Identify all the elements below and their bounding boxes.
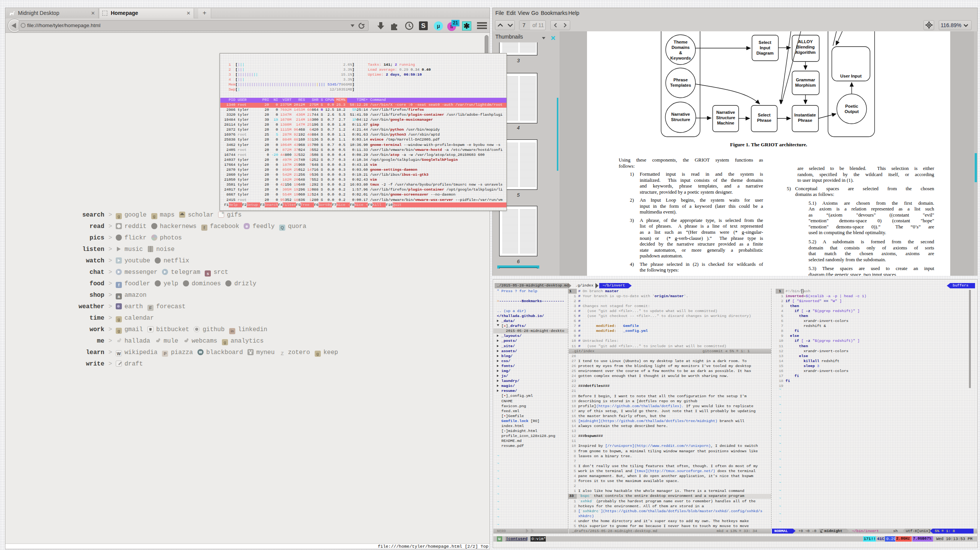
svg-text:Grammar: Grammar — [796, 78, 815, 82]
svg-text:Domains: Domains — [671, 45, 690, 50]
svg-text:Morphism: Morphism — [795, 83, 816, 87]
svg-text:Select: Select — [758, 40, 771, 45]
svg-text:Blending: Blending — [796, 45, 815, 49]
svg-text:Narrative: Narrative — [671, 112, 690, 116]
svg-text:Machine: Machine — [717, 121, 734, 125]
svg-text:Templates: Templates — [670, 83, 691, 87]
svg-text:Output: Output — [844, 109, 859, 114]
svg-text:Instantiate: Instantiate — [794, 113, 816, 117]
svg-text:Poetic: Poetic — [845, 104, 858, 108]
svg-text:Structure: Structure — [671, 117, 690, 122]
svg-text:Phrase: Phrase — [757, 118, 771, 123]
svg-text:ALLOY: ALLOY — [798, 39, 813, 44]
svg-text:Select: Select — [758, 113, 771, 117]
svg-text:Phrase: Phrase — [798, 118, 812, 123]
svg-text:Algorithm: Algorithm — [795, 50, 815, 55]
svg-text:Phrase: Phrase — [673, 78, 688, 82]
svg-text:Diagram: Diagram — [756, 51, 773, 55]
svg-text:Keywords: Keywords — [670, 56, 691, 60]
svg-text:User Input: User Input — [840, 74, 862, 78]
svg-text:Structure: Structure — [716, 115, 735, 120]
svg-text:Input: Input — [760, 45, 770, 50]
svg-text:Narrative: Narrative — [716, 110, 735, 115]
svg-text:&: & — [679, 50, 682, 55]
svg-text:Theme: Theme — [674, 40, 687, 44]
